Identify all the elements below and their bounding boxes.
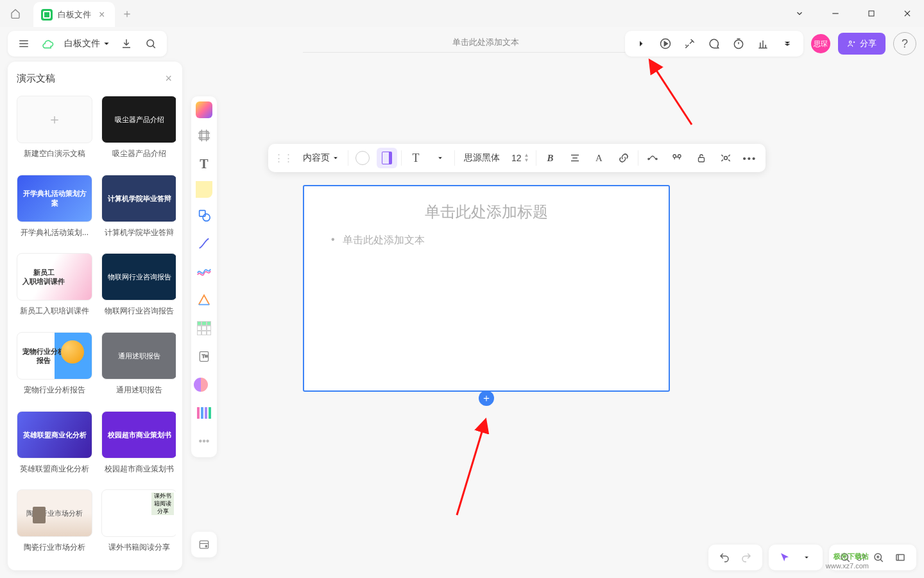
chart-icon[interactable] [751,31,775,56]
cloud-sync-icon[interactable] [37,33,59,55]
template-item[interactable]: 课外书籍阅读 分享课外书籍阅读分享 [101,489,176,558]
svg-rect-21 [200,541,208,548]
expand-left-icon[interactable] [629,31,653,56]
template-label: 通用述职报告 [116,385,162,396]
share-button[interactable]: 分享 [838,33,886,55]
sticky-note-icon[interactable] [196,181,212,198]
effects-icon[interactable] [678,31,702,56]
template-item[interactable]: 计算机学院毕业答辩计算机学院毕业答辩 [101,175,176,243]
menu-icon[interactable] [13,33,35,55]
link-icon[interactable] [613,148,634,168]
template-item[interactable]: 英雄联盟商业化分析英雄联盟商业化分析 [17,411,92,480]
format-toolbar: ⋮⋮ 内容页 T 思源黑体 12▲▼ B A ••• [268,144,766,172]
play-icon[interactable] [653,31,678,56]
svg-point-23 [205,545,207,547]
align-icon[interactable] [565,148,585,168]
template-label: 陶瓷行业市场分析 [24,542,85,553]
side-toolbar: T T≡ ••• [191,96,217,457]
more-options-icon[interactable]: ••• [740,148,760,168]
template-item[interactable]: ＋新建空白演示文稿 [17,96,92,164]
comment-icon[interactable] [702,31,726,56]
svg-point-30 [678,155,681,158]
diagram-icon[interactable] [193,289,215,311]
zoom-out-icon[interactable] [834,547,856,568]
selected-slide[interactable]: 单击此处添加标题 单击此处添加文本 ＋ [303,185,670,392]
template-item[interactable]: 吸尘器产品介绍吸尘器产品介绍 [101,96,176,164]
focus-icon[interactable] [715,148,736,168]
card-icon[interactable] [193,374,215,396]
template-item[interactable]: 通用述职报告通用述职报告 [101,332,176,401]
slide-body-placeholder[interactable]: 单击此处添加文本 [330,234,643,247]
add-slide-button[interactable]: ＋ [479,390,494,406]
timer-icon[interactable] [726,31,751,56]
template-item[interactable]: 校园超市商业策划书校园超市商业策划书 [101,411,176,480]
history-controls [708,545,762,570]
download-icon[interactable] [116,33,137,55]
template-item[interactable]: 宠物行业分析 报告宠物行业分析报告 [17,332,92,401]
new-tab-button[interactable]: ＋ [121,6,133,21]
search-icon[interactable] [140,33,162,55]
redo-icon[interactable] [735,547,757,568]
svg-point-10 [734,40,742,48]
template-thumb: ＋ [17,96,92,143]
template-item[interactable]: 物联网行业咨询报告物联网行业咨询报告 [101,253,176,322]
pen-icon[interactable] [193,261,215,283]
template-item[interactable]: 陶瓷行业市场分析陶瓷行业市场分析 [17,489,92,558]
fill-style-icon[interactable] [377,148,397,168]
close-panel-icon[interactable]: × [165,72,172,85]
layers-panel-icon[interactable] [191,532,217,557]
shapes-icon[interactable] [193,204,215,226]
text-block-icon[interactable]: T≡ [193,346,215,367]
zoom-level[interactable]: 37 [856,547,868,568]
more-icon[interactable]: ••• [193,430,215,452]
svg-rect-1 [869,11,874,16]
zoom-in-icon[interactable] [868,547,889,568]
undo-icon[interactable] [714,547,735,568]
document-name[interactable]: 白板文件 [62,38,113,49]
maximize-icon[interactable] [860,4,883,23]
group-icon[interactable] [667,148,687,168]
template-label: 英雄联盟商业化分析 [20,464,89,475]
frame-icon[interactable] [193,125,215,146]
home-icon[interactable] [5,3,26,24]
bold-icon[interactable]: B [540,148,561,168]
font-color-icon[interactable]: A [589,148,610,168]
layout-icon[interactable] [193,402,215,424]
svg-rect-17 [200,211,205,216]
fill-none-icon[interactable] [352,148,373,168]
svg-point-32 [724,157,727,160]
slide-title-placeholder[interactable]: 单击此处添加标题 [330,202,643,222]
template-thumb: 校园超市商业策划书 [101,411,176,459]
text-tool-icon[interactable]: T [406,148,426,168]
collapse-icon[interactable] [788,4,811,23]
template-label: 课外书籍阅读分享 [108,542,170,553]
ai-icon[interactable] [642,148,663,168]
text-dropdown-icon[interactable] [430,148,450,168]
svg-rect-40 [896,555,904,561]
close-window-icon[interactable] [896,4,919,23]
more-chevron-icon[interactable] [775,31,800,56]
theme-icon[interactable] [196,101,212,118]
close-tab-icon[interactable]: × [96,9,107,21]
template-label: 计算机学院毕业答辩 [105,227,174,238]
lock-icon[interactable] [691,148,712,168]
template-item[interactable]: 开学典礼活动策划方案开学典礼活动策划... [17,175,92,243]
avatar[interactable]: 思琛 [811,34,830,53]
svg-rect-31 [698,157,704,162]
layout-select[interactable]: 内容页 [298,152,344,164]
help-icon[interactable]: ? [893,32,916,55]
svg-point-7 [147,40,154,47]
table-icon[interactable] [193,317,215,339]
drag-handle-icon[interactable]: ⋮⋮ [273,148,294,168]
font-family-select[interactable]: 思源黑体 [459,152,505,164]
text-icon[interactable]: T [193,153,215,175]
connector-icon[interactable] [193,232,215,254]
document-tab[interactable]: 白板文件 × [33,2,115,28]
pointer-dropdown-icon[interactable] [796,547,817,568]
pointer-icon[interactable] [774,547,796,568]
fit-icon[interactable] [889,547,911,568]
minimize-icon[interactable] [824,4,847,23]
font-size-select[interactable]: 12▲▼ [509,153,532,163]
template-item[interactable]: 新员工 入职培训课件新员工入职培训课件 [17,253,92,322]
svg-point-29 [673,155,676,158]
